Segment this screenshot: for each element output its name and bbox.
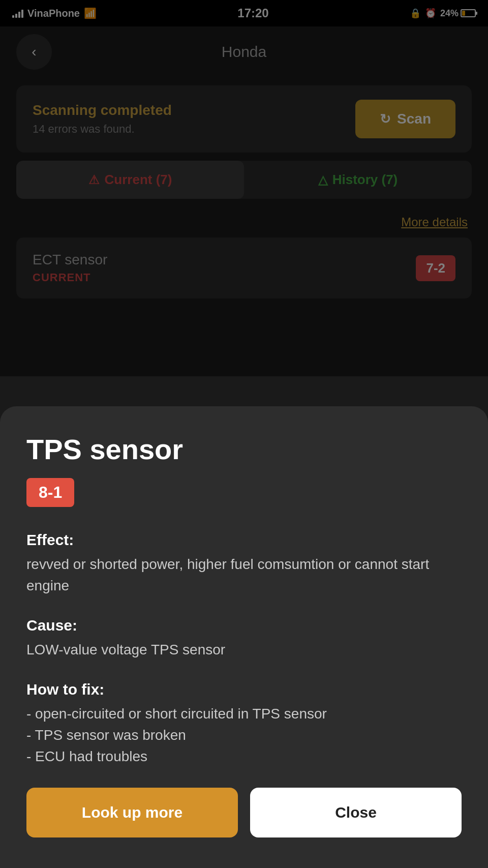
- sensor-title: TPS sensor: [26, 433, 462, 466]
- page-title: Honda: [222, 43, 266, 61]
- back-arrow-icon: ‹: [32, 44, 36, 60]
- battery-fill: [462, 11, 465, 16]
- scan-button[interactable]: ↻ Scan: [355, 100, 455, 138]
- lookup-more-button[interactable]: Look up more: [26, 788, 238, 837]
- header: ‹ Honda: [0, 26, 488, 77]
- close-button[interactable]: Close: [250, 788, 462, 837]
- error-item[interactable]: ECT sensor CURRENT 7-2: [16, 237, 472, 298]
- how-to-fix-label: How to fix:: [26, 681, 462, 698]
- status-time: 17:20: [237, 6, 268, 20]
- bottom-sheet: TPS sensor 8-1 Effect: revved or shorted…: [0, 406, 488, 868]
- effect-label: Effect:: [26, 531, 462, 549]
- tab-current-label: Current (7): [105, 172, 172, 188]
- error-info: ECT sensor CURRENT: [33, 252, 107, 284]
- sensor-error-badge: 8-1: [26, 478, 74, 507]
- battery-icon: [461, 9, 476, 17]
- battery-container: 24%: [440, 8, 476, 19]
- back-button[interactable]: ‹: [16, 34, 52, 70]
- scan-status: Scanning completed: [33, 102, 172, 118]
- alarm-icon: ⏰: [425, 8, 436, 19]
- cause-text: LOW-value voltage TPS sensor: [26, 639, 462, 661]
- error-type: CURRENT: [33, 271, 107, 284]
- scan-card: Scanning completed 14 errors was found. …: [16, 85, 472, 153]
- status-bar: VinaPhone 📶 17:20 🔒 ⏰ 24%: [0, 0, 488, 26]
- scan-count: 14 errors was found.: [33, 123, 172, 136]
- signal-bars-icon: [12, 9, 23, 18]
- more-details-link[interactable]: More details: [401, 215, 468, 229]
- carrier-name: VinaPhone: [27, 8, 80, 19]
- wifi-icon: 📶: [84, 7, 97, 19]
- how-to-fix-text: - open-circuited or short circuited in T…: [26, 703, 462, 767]
- error-code-badge: 7-2: [416, 255, 455, 281]
- tab-current[interactable]: ⚠ Current (7): [16, 161, 244, 199]
- effect-text: revved or shorted power, higher fuel com…: [26, 554, 462, 596]
- battery-percent: 24%: [440, 8, 459, 19]
- cause-label: Cause:: [26, 617, 462, 634]
- error-name: ECT sensor: [33, 252, 107, 268]
- refresh-icon: ↻: [380, 111, 391, 127]
- current-warning-icon: ⚠: [88, 173, 100, 187]
- history-warning-icon: △: [318, 173, 327, 187]
- tabs-container: ⚠ Current (7) △ History (7): [16, 161, 472, 199]
- more-details-row: More details: [0, 207, 488, 237]
- status-right: 🔒 ⏰ 24%: [410, 8, 476, 19]
- lock-icon: 🔒: [410, 8, 421, 19]
- scan-button-label: Scan: [397, 111, 431, 127]
- status-left: VinaPhone 📶: [12, 7, 97, 19]
- tab-history-label: History (7): [332, 172, 398, 188]
- scan-info: Scanning completed 14 errors was found.: [33, 102, 172, 136]
- bottom-buttons: Look up more Close: [26, 788, 462, 837]
- tab-history[interactable]: △ History (7): [244, 161, 472, 199]
